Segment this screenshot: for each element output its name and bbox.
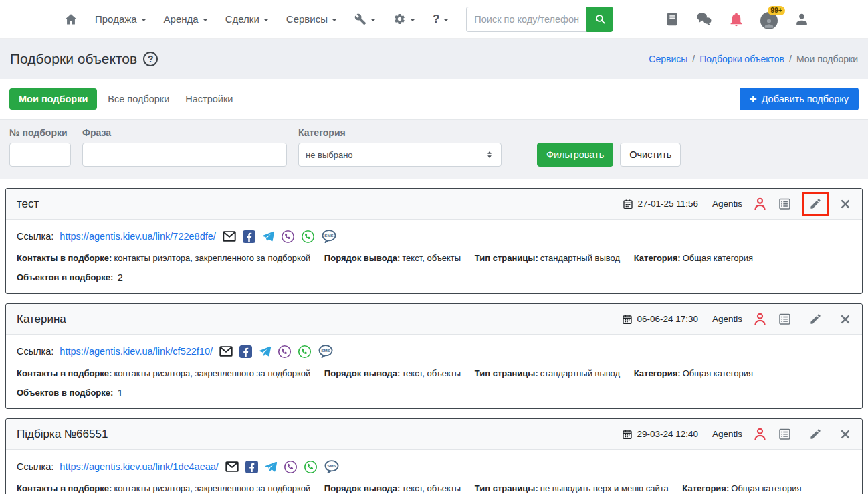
agent-name: Agentis	[712, 199, 742, 209]
plus-icon: +	[750, 94, 757, 104]
nav-right-icons: 99+	[665, 10, 809, 28]
collection-number-input[interactable]	[9, 143, 71, 167]
telegram-icon[interactable]	[264, 460, 278, 473]
notifications-avatar[interactable]: 99+	[760, 10, 778, 28]
notification-count-badge: 99+	[768, 6, 785, 15]
card-body: Ссылка: https://agentis.kiev.ua/link/722…	[6, 220, 862, 293]
messages-icon[interactable]	[695, 11, 712, 27]
delete-button[interactable]	[839, 428, 851, 440]
viber-icon[interactable]	[281, 230, 295, 244]
email-share-icon[interactable]	[219, 344, 233, 359]
whatsapp-icon[interactable]	[301, 230, 315, 244]
breadcrumb-link-services[interactable]: Сервисы	[649, 54, 687, 64]
phrase-input[interactable]	[82, 143, 287, 167]
breadcrumb: Сервисы / Подборки объектов / Мои подбор…	[649, 54, 858, 64]
collection-link[interactable]: https://agentis.kiev.ua/link/cf522f10/	[60, 346, 213, 357]
edit-button-highlighted[interactable]	[802, 192, 829, 216]
collections-list: тест 27-01-25 11:56 Agentis	[0, 179, 868, 494]
collection-link[interactable]: https://agentis.kiev.ua/link/722e8dfe/	[60, 231, 216, 242]
sms-icon[interactable]	[321, 228, 337, 244]
notebook-icon[interactable]	[665, 12, 679, 27]
edit-button[interactable]	[802, 307, 829, 331]
nav-item-sale[interactable]: Продажа	[95, 13, 146, 25]
collection-title: тест	[17, 197, 39, 211]
category-select[interactable]: не выбрано	[298, 143, 502, 167]
view-objects-button[interactable]	[778, 312, 792, 326]
whatsapp-icon[interactable]	[304, 460, 318, 474]
delete-button[interactable]	[839, 313, 851, 325]
card-body: Ссылка: https://agentis.kiev.ua/link/1de…	[6, 450, 862, 494]
bell-icon[interactable]	[728, 11, 744, 27]
category-value: Общая категория	[683, 368, 753, 378]
clear-button[interactable]: Очистить	[620, 143, 681, 167]
page-type-label: Тип страницы:	[475, 368, 538, 378]
chevron-down-icon	[370, 19, 376, 21]
facebook-icon[interactable]	[245, 461, 258, 473]
filter-button[interactable]: Фильтровать	[537, 143, 613, 167]
pencil-icon	[809, 313, 822, 325]
user-profile-icon[interactable]	[794, 12, 809, 27]
order-label: Порядок вывода:	[324, 368, 400, 378]
viber-icon[interactable]	[278, 345, 292, 359]
tab-settings[interactable]: Настройки	[177, 88, 241, 110]
view-objects-button[interactable]	[778, 427, 792, 441]
viber-icon[interactable]	[284, 460, 298, 474]
add-collection-button[interactable]: + Добавить подборку	[740, 88, 859, 110]
collection-card: Підбірка №66551 29-03-24 12:40 Agentis	[5, 418, 863, 494]
tab-all-collections[interactable]: Все подборки	[100, 88, 177, 110]
collection-link[interactable]: https://agentis.kiev.ua/link/1de4aeaa/	[60, 461, 219, 472]
nav-item-services[interactable]: Сервисы	[286, 13, 337, 25]
date-group: 29-03-24 12:40	[622, 429, 698, 440]
nav-settings-menu[interactable]	[393, 13, 415, 25]
email-share-icon[interactable]	[222, 229, 237, 244]
tabs-row: Мои подборки Все подборки Настройки + До…	[0, 79, 868, 119]
help-icon[interactable]: ?	[143, 52, 158, 66]
edit-button[interactable]	[802, 422, 829, 446]
person-outline-icon	[752, 311, 768, 327]
nav-menu: Продажа Аренда Сделки Сервисы ?	[64, 13, 449, 26]
search-box	[466, 7, 613, 32]
person-outline-icon	[752, 426, 768, 442]
agent-button[interactable]	[752, 426, 768, 442]
tab-my-collections[interactable]: Мои подборки	[9, 88, 97, 110]
breadcrumb-link-collections[interactable]: Подборки объектов	[699, 54, 784, 64]
date-group: 06-06-24 17:30	[622, 314, 698, 325]
select-updown-icon	[485, 150, 494, 159]
whatsapp-icon[interactable]	[298, 345, 312, 359]
objects-row: Объектов в подборке: 1	[17, 387, 851, 398]
order-value: текст, объекты	[402, 253, 461, 263]
nav-help-menu[interactable]: ?	[433, 13, 449, 26]
nav-item-deals[interactable]: Сделки	[225, 13, 269, 25]
search-button[interactable]	[586, 7, 613, 32]
collection-date: 06-06-24 17:30	[637, 314, 698, 324]
order-label: Порядок вывода:	[324, 483, 400, 493]
card-header: Підбірка №66551 29-03-24 12:40 Agentis	[6, 419, 862, 450]
link-row: Ссылка: https://agentis.kiev.ua/link/cf5…	[17, 343, 851, 359]
facebook-icon[interactable]	[239, 345, 252, 358]
view-objects-button[interactable]	[778, 197, 792, 211]
telegram-icon[interactable]	[258, 345, 272, 358]
top-navigation-bar: Продажа Аренда Сделки Сервисы ?	[0, 0, 868, 39]
home-button[interactable]	[64, 13, 78, 26]
nav-item-label: Продажа	[95, 13, 137, 25]
objects-count: 2	[117, 272, 122, 283]
nav-item-rent[interactable]: Аренда	[164, 13, 208, 25]
delete-button[interactable]	[839, 198, 851, 210]
calendar-icon	[622, 429, 633, 440]
collection-title: Катерина	[17, 313, 66, 326]
agent-name: Agentis	[712, 429, 742, 439]
close-icon	[839, 198, 851, 210]
facebook-icon[interactable]	[243, 230, 255, 243]
agent-button[interactable]	[752, 311, 768, 327]
close-icon	[839, 313, 851, 325]
email-share-icon[interactable]	[225, 459, 239, 474]
search-input[interactable]	[466, 7, 586, 32]
agent-button[interactable]	[752, 196, 768, 212]
telegram-icon[interactable]	[261, 230, 275, 243]
sms-icon[interactable]	[324, 459, 340, 475]
card-header-actions: 27-01-25 11:56 Agentis	[623, 192, 851, 216]
wrench-icon	[354, 13, 366, 25]
nav-tools-menu[interactable]	[354, 13, 376, 25]
page-type-value: не выводить верх и меню сайта	[540, 483, 669, 493]
sms-icon[interactable]	[318, 343, 334, 359]
